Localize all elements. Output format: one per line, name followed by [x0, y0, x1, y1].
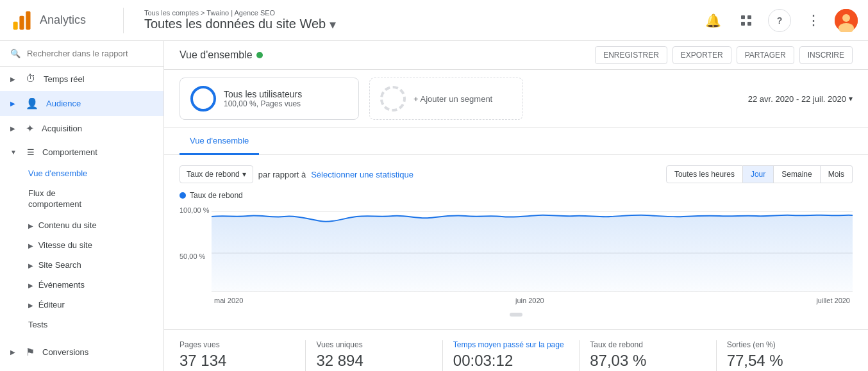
bell-button[interactable]: 🔔: [701, 9, 724, 32]
tab-vue-ensemble[interactable]: Vue d'ensemble: [179, 128, 259, 155]
metric-label: Taux de rebond: [590, 340, 705, 349]
y-label-100: 100,00 %: [179, 206, 209, 214]
toolbar-left: Vue d'ensemble: [179, 49, 263, 61]
time-btn-mois[interactable]: Mois: [821, 165, 853, 183]
date-range[interactable]: 22 avr. 2020 - 22 juil. 2020 ▾: [748, 94, 853, 104]
sidebar-item-audience[interactable]: ▶ 👤 Audience: [0, 91, 163, 116]
sidebar-item-label: Conversions: [42, 347, 88, 357]
toolbar-title-text: Vue d'ensemble: [179, 49, 253, 61]
metric-label: Pages vues: [179, 340, 295, 349]
arrow-down-icon: ▼: [10, 149, 17, 156]
svg-point-8: [842, 14, 850, 22]
partager-button[interactable]: PARTAGER: [737, 46, 794, 64]
date-range-arrow: ▾: [849, 94, 853, 103]
svg-rect-4: [747, 15, 751, 19]
metric-vues-uniques: Vues uniques 32 894: [306, 340, 442, 371]
segment-ring-empty: [380, 86, 406, 111]
scrollbar-area: [179, 310, 853, 319]
toolbar-title: Vue d'ensemble: [179, 49, 263, 61]
svg-rect-5: [741, 22, 745, 26]
sub-item-label: Site Search: [38, 260, 81, 270]
time-btn-semaine[interactable]: Semaine: [774, 165, 820, 183]
sidebar-item-comportement[interactable]: ▼ ☰ Comportement: [0, 141, 163, 163]
sub-item-label: Tests: [28, 320, 47, 329]
time-btn-toutes-heures[interactable]: Toutes les heures: [666, 165, 743, 183]
exporter-button[interactable]: EXPORTER: [672, 46, 731, 64]
grid-button[interactable]: [735, 9, 758, 32]
segment-card-2[interactable]: + Ajouter un segment: [369, 78, 523, 120]
top-header: Analytics Tous les comptes > Twaino | Ag…: [0, 0, 868, 41]
segment-bar: Tous les utilisateurs 100,00 %, Pages vu…: [164, 70, 868, 128]
sidebar-item-temps-reel[interactable]: ▶ ⏱ Temps réel: [0, 67, 163, 91]
scrollbar-thumb[interactable]: [510, 313, 522, 317]
acquisition-icon: ✦: [26, 122, 34, 135]
time-btn-jour[interactable]: Jour: [743, 165, 774, 183]
sidebar-subitem-site-search[interactable]: ▶ Site Search: [0, 255, 163, 275]
sidebar-item-acquisition[interactable]: ▶ ✦ Acquisition: [0, 116, 163, 141]
metric-label: Vues uniques: [316, 340, 431, 349]
arrow-icon: ▶: [10, 76, 15, 83]
chart-x-labels: mai 2020 juin 2020 juillet 2020: [212, 297, 853, 304]
metric-pages-vues: Pages vues 37 134: [179, 340, 306, 371]
segment-card-1[interactable]: Tous les utilisateurs 100,00 %, Pages vu…: [179, 78, 359, 120]
search-input[interactable]: [27, 49, 153, 58]
more-button[interactable]: ⋮: [801, 9, 824, 32]
arrow-icon: ▶: [10, 100, 15, 107]
person-icon: 👤: [26, 97, 38, 110]
sub-item-label: Éditeur: [38, 300, 65, 309]
sidebar-subitem-vitesse-site[interactable]: ▶ Vitesse du site: [0, 235, 163, 255]
date-range-text: 22 avr. 2020 - 22 juil. 2020: [748, 94, 846, 104]
header-title-area: Tous les comptes > Twaino | Agence SEO T…: [134, 9, 701, 32]
logo-text: Analytics: [40, 13, 86, 27]
metric-label: Sorties (en %): [727, 340, 842, 349]
dropdown-label: Taux de rebond: [187, 170, 240, 179]
sidebar-item-label: Comportement: [42, 147, 97, 157]
green-dot: [256, 52, 263, 58]
analytics-logo: [10, 9, 33, 32]
toolbar-actions: ENREGISTRER EXPORTER PARTAGER INSCRIRE: [595, 46, 853, 64]
stat-select[interactable]: Sélectionner une statistique: [311, 170, 413, 179]
segment-info: Tous les utilisateurs 100,00 %, Pages vu…: [224, 89, 302, 108]
enregistrer-button[interactable]: ENREGISTRER: [595, 46, 667, 64]
chart-svg: [212, 205, 853, 295]
sidebar-subitem-tests[interactable]: Tests: [0, 315, 163, 334]
sidebar-subitem-editeur[interactable]: ▶ Éditeur: [0, 295, 163, 315]
sidebar-subitem-flux-comportement[interactable]: Flux decomportement: [0, 183, 163, 215]
metric-dropdown[interactable]: Taux de rebond ▾: [179, 165, 253, 183]
metric-sorties: Sorties (en %) 77,54 %: [717, 340, 853, 371]
legend-dot: [179, 192, 186, 199]
page-title-line: Toutes les données du site Web ▾: [144, 17, 701, 32]
search-icon: 🔍: [10, 49, 21, 58]
sub-item-label: Événements: [38, 280, 85, 290]
svg-rect-6: [747, 22, 751, 26]
sidebar-subitem-vue-ensemble[interactable]: Vue d'ensemble: [0, 163, 163, 183]
x-label-juin: juin 2020: [515, 297, 544, 304]
metric-value: 37 134: [179, 352, 295, 370]
dropdown-arrow[interactable]: ▾: [330, 17, 336, 32]
svg-rect-0: [13, 21, 18, 29]
avatar[interactable]: [835, 9, 858, 32]
sidebar-item-conversions[interactable]: ▶ ⚑ Conversions: [0, 340, 163, 365]
dropdown-icon: ▾: [242, 170, 246, 179]
metric-value: 00:03:12: [453, 352, 569, 370]
legend-label: Taux de rebond: [190, 191, 243, 200]
chart-legend: Taux de rebond: [179, 191, 853, 200]
y-label-50: 50,00 %: [179, 252, 205, 260]
sidebar-subitem-contenu-site[interactable]: ▶ Contenu du site: [0, 215, 163, 235]
help-button[interactable]: ?: [768, 9, 791, 32]
arrow-icon: ▶: [28, 242, 33, 249]
main-layout: 🔍 ▶ ⏱ Temps réel ▶ 👤 Audience ▶ ✦ Acquis…: [0, 41, 868, 371]
metric-value: 32 894: [316, 352, 431, 370]
sidebar-subitem-evenements[interactable]: ▶ Événements: [0, 275, 163, 295]
metric-value: 87,03 %: [590, 352, 705, 370]
sidebar-item-label: Temps réel: [44, 74, 85, 84]
sub-item-label: Vitesse du site: [38, 240, 92, 250]
svg-rect-1: [19, 15, 24, 29]
divider: [123, 8, 124, 33]
sidebar: 🔍 ▶ ⏱ Temps réel ▶ 👤 Audience ▶ ✦ Acquis…: [0, 41, 164, 371]
arrow-icon: ▶: [10, 125, 15, 132]
search-box[interactable]: 🔍: [0, 41, 163, 67]
arrow-icon: ▶: [28, 302, 33, 309]
sidebar-item-label: Audience: [46, 99, 81, 108]
inscrire-button[interactable]: INSCRIRE: [799, 46, 853, 64]
